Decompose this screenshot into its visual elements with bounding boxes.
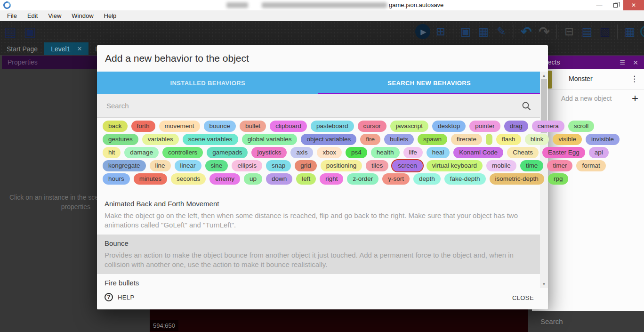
redo-icon[interactable]: ↷	[537, 23, 552, 40]
instances-list-icon[interactable]: ▤	[580, 23, 595, 40]
tag-chip-left[interactable]: left	[296, 173, 316, 185]
tag-chip-visible[interactable]: visible	[553, 134, 582, 145]
tag-chip-right[interactable]: right	[320, 173, 343, 185]
scroll-up-icon[interactable]: ▲	[540, 73, 548, 78]
tag-chip-joysticks[interactable]: joysticks	[251, 147, 287, 158]
tag-chip-bullet[interactable]: bullet	[240, 121, 266, 132]
zoom-original-icon[interactable]: 1:1	[640, 25, 644, 38]
debug-icon[interactable]: ⊞	[433, 23, 448, 40]
filter-icon[interactable]: ☰	[620, 56, 625, 69]
add-object-row[interactable]: Add a new object +	[532, 90, 644, 108]
tag-chip-hours[interactable]: hours	[103, 173, 130, 185]
tag-chip-health[interactable]: health	[371, 147, 400, 158]
tag-chip-life[interactable]: life	[403, 147, 423, 158]
tag-chip-back[interactable]: back	[103, 121, 128, 132]
tag-chip-api[interactable]: api	[589, 147, 609, 158]
close-tab-icon[interactable]: ✕	[77, 45, 82, 52]
tag-chip-pointer[interactable]: pointer	[469, 121, 500, 132]
tag-chip-snap[interactable]: snap	[266, 160, 291, 171]
menu-item-edit[interactable]: Edit	[22, 12, 43, 19]
tag-chip-heal[interactable]: heal	[427, 147, 450, 158]
tag-chip-tiles[interactable]: tiles	[366, 160, 388, 171]
tag-chip-global-variables[interactable]: global variables	[242, 134, 298, 145]
tag-chip-down[interactable]: down	[266, 173, 292, 185]
tag-chip-pasteboard[interactable]: pasteboard	[311, 121, 354, 132]
tag-chip-minutes[interactable]: minutes	[134, 173, 167, 185]
tag-chip-camera[interactable]: camera	[532, 121, 564, 132]
tag-chip[interactable]	[486, 134, 492, 145]
tag-chip-axis[interactable]: axis	[290, 147, 313, 158]
menu-item-help[interactable]: Help	[99, 12, 122, 19]
tag-chip-format[interactable]: format	[576, 160, 605, 171]
editor-tab-start-page[interactable]: Start Page	[0, 42, 44, 55]
tag-chip-line[interactable]: line	[150, 160, 171, 171]
menu-item-file[interactable]: File	[2, 12, 22, 19]
tag-chip-positioning[interactable]: positioning	[321, 160, 362, 171]
editor-tab-level1[interactable]: Level1✕	[44, 42, 89, 55]
restore-button[interactable]	[607, 0, 623, 10]
tag-chip-linear[interactable]: linear	[175, 160, 201, 171]
tag-chip-ps4[interactable]: ps4	[346, 147, 367, 158]
tag-chip-flash[interactable]: flash	[496, 134, 521, 145]
tag-chip-object-variables[interactable]: object variables	[301, 134, 356, 145]
tag-chip-bounce[interactable]: bounce	[204, 121, 236, 132]
menu-item-view[interactable]: View	[43, 12, 66, 19]
behavior-item-fire-bullets[interactable]: Fire bulletsAllow the object to fire bul…	[97, 274, 540, 288]
tag-chip-cheats[interactable]: Cheats	[507, 147, 539, 158]
minimize-button[interactable]: —	[591, 0, 607, 10]
tag-chip-mobile[interactable]: mobile	[486, 160, 516, 171]
tag-chip-enemy[interactable]: enemy	[209, 173, 240, 185]
tag-chip-damage[interactable]: damage	[124, 147, 159, 158]
tag-chip-movement[interactable]: movement	[159, 121, 200, 132]
project-manager-icon[interactable]: ▤	[3, 23, 18, 40]
undo-icon[interactable]: ↶	[519, 23, 534, 40]
tag-chip-desktop[interactable]: desktop	[432, 121, 466, 132]
tag-chip-z-order[interactable]: z-order	[347, 173, 378, 185]
close-window-button[interactable]: ✕	[623, 0, 644, 10]
grid-icon[interactable]: ▦	[622, 23, 637, 40]
menu-item-window[interactable]: Window	[66, 12, 98, 19]
dialog-tab-search-new-behaviors[interactable]: SEARCH NEW BEHAVIORS	[319, 72, 540, 94]
help-button[interactable]: ? HELP	[105, 293, 135, 301]
tag-chip-isometric-depth[interactable]: isometric-depth	[490, 173, 544, 185]
dialog-tab-installed-behaviors[interactable]: INSTALLED BEHAVIORS	[97, 72, 319, 94]
tag-chip-gestures[interactable]: gestures	[103, 134, 138, 145]
tag-chip-scene-variables[interactable]: scene variables	[183, 134, 238, 145]
tag-chip-sine[interactable]: sine	[205, 160, 228, 171]
tag-chip-grid[interactable]: grid	[295, 160, 317, 171]
tag-chip-up[interactable]: up	[244, 173, 262, 185]
close-dialog-button[interactable]: CLOSE	[512, 294, 534, 301]
tag-chip-scroll[interactable]: scroll	[568, 121, 595, 132]
tag-chip-easter-egg[interactable]: Easter Egg	[542, 147, 585, 158]
tag-chip-timer[interactable]: timer	[547, 160, 572, 171]
tag-chip-fire[interactable]: fire	[360, 134, 380, 145]
plus-icon[interactable]: +	[632, 92, 638, 105]
tag-chip-blink[interactable]: blink	[525, 134, 549, 145]
tag-chip-screen[interactable]: screen	[392, 160, 423, 171]
tag-chip-y-sort[interactable]: y-sort	[382, 173, 410, 185]
layers-icon[interactable]: ▧	[597, 23, 612, 40]
edit-scene-icon[interactable]: ✎	[494, 23, 509, 40]
tag-chip-spawn[interactable]: spawn	[418, 134, 447, 145]
object-groups-icon[interactable]: ▦	[476, 23, 491, 40]
tag-chip-fake-depth[interactable]: fake-depth	[444, 173, 486, 185]
tag-chip-gamepads[interactable]: gamepads	[207, 147, 248, 158]
tag-chip-javascript[interactable]: javascript	[390, 121, 428, 132]
scroll-down-icon[interactable]: ▼	[540, 282, 548, 286]
behavior-item-animated-back-and-forth-movement[interactable]: Animated Back and Forth MovementMake the…	[97, 195, 540, 235]
close-drawer-icon[interactable]: ✕	[633, 56, 638, 69]
add-object-icon[interactable]: ▣	[458, 23, 473, 40]
tag-chip-konami-code[interactable]: Konami Code	[453, 147, 503, 158]
tag-chip-hit[interactable]: hit	[103, 147, 121, 158]
tag-chip-bullets[interactable]: bullets	[384, 134, 414, 145]
tag-chip-controllers[interactable]: controllers	[162, 147, 203, 158]
behavior-search-input[interactable]	[105, 101, 521, 110]
tag-chip-clipboard[interactable]: clipboard	[270, 121, 307, 132]
tag-chip-invisible[interactable]: invisible	[586, 134, 620, 145]
preview-icon[interactable]: ▶	[415, 24, 430, 39]
tag-chip-seconds[interactable]: seconds	[171, 173, 206, 185]
tag-chip-depth[interactable]: depth	[413, 173, 441, 185]
tag-chip-ellipsis[interactable]: ellipsis	[232, 160, 262, 171]
tag-chip-variables[interactable]: variables	[142, 134, 179, 145]
tag-chip-forth[interactable]: forth	[131, 121, 155, 132]
